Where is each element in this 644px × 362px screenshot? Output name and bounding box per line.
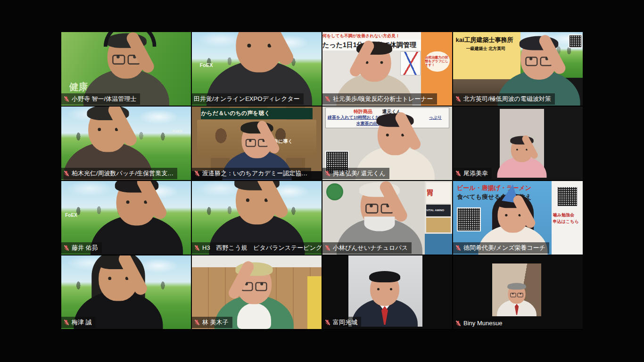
participant-name: 社元美歩/嗅覚反応分析士トレーナー [333,95,433,103]
speech-bubble: 自然治癒力の状態をグラフにします！ [425,51,449,72]
participant-name: 梅津 誠 [72,318,92,327]
muted-mic-icon [63,170,70,177]
muted-mic-icon [63,96,70,102]
participant-name: 小野寺 智一/体温管理士 [72,95,136,103]
participant-name-tag: Biny Munesue [453,318,506,328]
muted-mic-icon [194,170,200,177]
muted-mic-icon [455,96,462,102]
participant-name-tag: 尾添美幸 [453,168,492,179]
muted-mic-icon [194,319,200,326]
qr-code [457,207,481,231]
participant-name-tag: 藤井 佑昴 [61,242,102,254]
participant-tile-5[interactable]: FoEX 柏木光仁/周波数パッチ/生保営業支… [61,107,191,180]
participant-name: H3 西野こう規 ピタバランステーピング [202,244,322,252]
foex-logo: FoEX [65,212,84,219]
participant-name: 柏木光仁/周波数パッチ/生保営業支… [72,169,173,178]
participant-name-tag: 北方英司/極低周波の電磁波対策 [453,93,555,105]
participant-name: 林 美木子 [202,318,229,327]
participant-name-tag: 小林びんせいナチュロパス [322,242,412,254]
seminar-text-1: 噛み勉強会 [553,212,582,218]
participant-figure [497,274,537,316]
participant-name-tag: 柏木光仁/周波数パッチ/生保営業支… [61,168,177,179]
muted-mic-icon [63,245,70,251]
glasses-detail [510,293,523,297]
participant-name-tag: 林 美木子 [192,317,232,328]
participant-name: 小林びんせいナチュロパス [333,244,408,252]
participant-name: 拇速弘美/ 還元くん [333,169,386,178]
participant-name-tag: 渡邉勝之：いのちアカデミー認定協… [192,168,311,179]
muted-mic-icon [194,245,200,251]
participant-tile-8[interactable]: 尾添美幸 [453,107,583,180]
participant-name-tag: 梅津 誠 [61,317,96,328]
participant-tile-6[interactable]: からだ＆いのちの声を聴く人生を幸に導く 渡邉勝之：いのちア [192,107,322,180]
participant-figure [497,125,546,178]
participant-tile-1[interactable]: 健康ライ 小野寺 智一/体温管理士 [61,32,191,106]
video-grid: 健康ライ 小野寺 智一/体温管理士 [61,32,583,330]
participant-tile-3[interactable]: 何をしても不調が改善されない方必見！たった1日1分！嗅覚で体調管理自然治癒力の状… [322,32,452,106]
participant-figure [352,256,418,327]
muted-mic-icon [324,319,331,326]
poster-blue [425,234,452,255]
muted-mic-icon [63,319,70,326]
participant-name: 北方英司/極低周波の電磁波対策 [463,95,551,103]
participant-name: 田井覚/オンラインEXPOディレクター [194,95,300,103]
participant-tile-9[interactable]: FoEX 藤井 佑昴 [61,181,191,255]
participant-name-tag: 社元美歩/嗅覚反応分析士トレーナー [322,93,437,105]
muted-mic-icon [455,245,462,251]
poster-gold [426,218,451,232]
participant-tile-11[interactable]: 胃VITAL AMINO 小林びんせいナチュロパス [322,181,452,255]
poster-stomach: 胃 [426,182,451,203]
participant-tile-14[interactable]: 林 美木子 [192,255,322,329]
participant-tile-7[interactable]: 特許商品還元くん緑茶を入れて10時間おくだけっぷり水素茶の出来上がり [322,107,452,180]
participant-figure [91,181,183,255]
seminar-text-2: 申込はこちら [553,219,582,224]
meeting-stage: 健康ライ 小野寺 智一/体温管理士 [0,0,644,362]
participant-name: 渡邉勝之：いのちアカデミー認定協… [202,169,307,178]
participant-name-tag: 徳間希代美/メンズ栄養コーチ [453,242,549,254]
participant-name-tag: H3 西野こう規 ピタバランステーピング [192,242,322,254]
participant-name-tag: 富岡光城 [322,317,361,328]
participant-tile-16[interactable]: Biny Munesue [453,255,583,329]
qr-code-2 [557,186,578,207]
participant-name-tag: 田井覚/オンラインEXPOディレクター [192,93,304,105]
participant-name-tag: 拇速弘美/ 還元くん [322,168,389,179]
participant-tile-2[interactable]: FoEX 田井覚/オンラインEXPOディレクター [192,32,322,106]
participant-tile-13[interactable]: 梅津 誠 [61,255,191,329]
participant-tile-12[interactable]: ビール・唐揚げ・ラーメン食べても痩せる食べ方教え噛み勉強会申込はこちら [453,181,583,255]
participant-tile-15[interactable]: 富岡光城 [322,255,452,329]
participant-name: 藤井 佑昴 [72,244,98,252]
muted-mic-icon [324,96,331,102]
participant-name: 富岡光城 [333,318,357,327]
muted-mic-icon [455,320,462,327]
poster-amino: VITAL AMINO [426,205,451,216]
participant-tile-4[interactable]: kai工房建築士事務所一級建築士 北方英司 北方英司/極低 [453,32,583,106]
participant-name: Biny Munesue [463,320,502,327]
foex-logo: FoEX [173,129,190,134]
participant-name: 徳間希代美/メンズ栄養コーチ [463,244,545,252]
participant-name-tag: 小野寺 智一/体温管理士 [61,93,140,105]
participant-tile-10[interactable]: H3 西野こう規 ピタバランステーピング [192,181,322,255]
yellow-strip [307,276,322,329]
muted-mic-icon [324,170,331,177]
participant-name: 尾添美幸 [463,169,488,178]
muted-mic-icon [324,245,331,251]
muted-mic-icon [455,170,462,177]
